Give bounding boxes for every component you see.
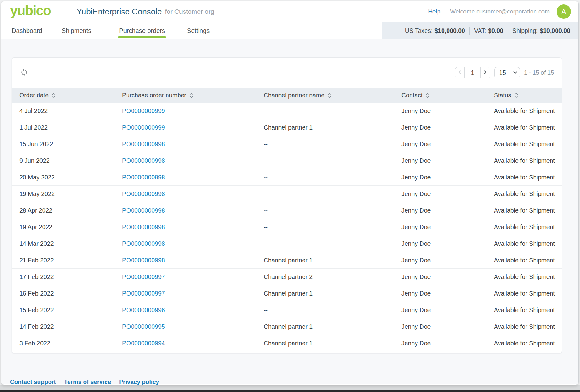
contact-cell: Jenny Doe — [401, 202, 494, 219]
contact-cell: Jenny Doe — [401, 285, 494, 302]
contact-cell: Jenny Doe — [401, 318, 494, 335]
contact-cell: Jenny Doe — [401, 119, 494, 136]
channel-partner-cell: Channel partner 1 — [263, 285, 401, 302]
summary-divider — [469, 27, 470, 35]
po-number-link[interactable]: PO0000000998 — [122, 257, 165, 264]
page-content: 1 15 — [1, 39, 578, 384]
channel-partner-cell: -- — [263, 136, 401, 152]
tab-settings[interactable]: Settings — [187, 22, 210, 39]
contact-cell: Jenny Doe — [401, 252, 494, 269]
po-number-link[interactable]: PO0000000998 — [122, 190, 165, 197]
column-label: Channel partner name — [264, 92, 324, 99]
po-number-link[interactable]: PO0000000997 — [122, 290, 165, 297]
table-row: 15 Jun 2022PO0000000998--Jenny DoeAvaila… — [12, 136, 562, 152]
contact-cell: Jenny Doe — [401, 169, 494, 186]
po-number-link[interactable]: PO0000000997 — [122, 273, 165, 280]
channel-partner-cell: -- — [263, 202, 401, 219]
po-number-link[interactable]: PO0000000998 — [122, 157, 165, 164]
order-date-cell: 15 Jun 2022 — [12, 136, 122, 152]
po-number-cell: PO0000000998 — [122, 152, 263, 169]
refresh-button[interactable] — [20, 68, 28, 77]
po-number-link[interactable]: PO0000000996 — [122, 307, 165, 313]
help-link[interactable]: Help — [428, 8, 440, 15]
column-label: Status — [494, 92, 511, 99]
po-number-link[interactable]: PO0000000999 — [122, 124, 165, 131]
sort-icon[interactable] — [328, 93, 332, 98]
channel-partner-cell: -- — [263, 103, 401, 119]
status-cell: Available for Shipment — [494, 186, 562, 202]
contact-cell: Jenny Doe — [401, 152, 494, 169]
summary-item-shipping: Shipping:$10,000.00 — [512, 27, 570, 34]
po-number-link[interactable]: PO0000000994 — [122, 340, 165, 347]
yubico-logo: yubico — [10, 4, 51, 18]
main-nav: DashboardShipmentsPurchase ordersSetting… — [1, 22, 578, 39]
status-cell: Available for Shipment — [494, 252, 562, 269]
po-number-link[interactable]: PO0000000995 — [122, 323, 165, 330]
current-page[interactable]: 1 — [465, 67, 481, 78]
desktop-background: yubico YubiEnterprise Console for Custom… — [0, 0, 580, 392]
avatar[interactable]: A — [557, 4, 571, 19]
table-row: 28 Apr 2022PO0000000998--Jenny DoeAvaila… — [12, 202, 562, 219]
sort-icon[interactable] — [52, 93, 56, 98]
channel-partner-cell: Channel partner 2 — [263, 269, 401, 285]
order-date-cell: 19 Apr 2022 — [12, 219, 122, 235]
order-date-cell: 14 Mar 2022 — [12, 235, 122, 252]
table-row: 17 Feb 2022PO0000000997Channel partner 2… — [12, 269, 562, 285]
contact-cell: Jenny Doe — [401, 302, 494, 318]
tab-shipments[interactable]: Shipments — [62, 22, 91, 39]
po-number-link[interactable]: PO0000000998 — [122, 141, 165, 147]
column-header-purchase-order-number[interactable]: Purchase order number — [122, 88, 263, 103]
page-size-select[interactable]: 15 — [494, 67, 520, 78]
channel-partner-cell: -- — [263, 302, 401, 318]
order-date-cell: 20 May 2022 — [12, 169, 122, 186]
po-number-cell: PO0000000998 — [122, 202, 263, 219]
table-row: 20 May 2022PO0000000998--Jenny DoeAvaila… — [12, 169, 562, 186]
sort-icon[interactable] — [514, 93, 518, 98]
footer-link-terms-of-service[interactable]: Terms of service — [64, 379, 111, 385]
footer-link-contact-support[interactable]: Contact support — [10, 379, 56, 385]
prev-page-button[interactable] — [455, 67, 465, 78]
summary-item-vat: VAT:$0.00 — [474, 27, 503, 34]
footer-link-privacy-policy[interactable]: Privacy policy — [119, 379, 159, 385]
channel-partner-cell: Channel partner 1 — [263, 318, 401, 335]
column-label: Purchase order number — [122, 92, 186, 99]
column-label: Contact — [401, 92, 422, 99]
po-number-link[interactable]: PO0000000998 — [122, 224, 165, 230]
status-cell: Available for Shipment — [494, 136, 562, 152]
po-number-link[interactable]: PO0000000998 — [122, 207, 165, 214]
column-header-contact[interactable]: Contact — [401, 88, 494, 103]
footer-links: Contact supportTerms of servicePrivacy p… — [1, 379, 578, 385]
po-number-cell: PO0000000998 — [122, 235, 263, 252]
tab-dashboard[interactable]: Dashboard — [12, 22, 42, 39]
tab-purchase-orders[interactable]: Purchase orders — [119, 22, 165, 39]
column-header-order-date[interactable]: Order date — [12, 88, 122, 103]
contact-cell: Jenny Doe — [401, 186, 494, 202]
sort-icon[interactable] — [189, 93, 194, 98]
po-number-cell: PO0000000995 — [122, 318, 263, 335]
purchase-orders-table: Order datePurchase order numberChannel p… — [12, 88, 562, 351]
channel-partner-cell: Channel partner 1 — [263, 335, 401, 352]
po-number-link[interactable]: PO0000000998 — [122, 240, 165, 247]
next-page-button[interactable] — [481, 67, 490, 78]
column-header-status[interactable]: Status — [494, 88, 562, 103]
contact-cell: Jenny Doe — [401, 269, 494, 285]
status-cell: Available for Shipment — [494, 269, 562, 285]
po-number-link[interactable]: PO0000000999 — [122, 107, 165, 114]
org-label: for Customer org — [165, 8, 215, 15]
order-date-cell: 15 Feb 2022 — [12, 302, 122, 318]
welcome-text: Welcome customer@corporation.com — [450, 8, 550, 15]
po-number-link[interactable]: PO0000000998 — [122, 174, 165, 181]
order-date-cell: 19 May 2022 — [12, 186, 122, 202]
status-cell: Available for Shipment — [494, 119, 562, 136]
column-header-channel-partner-name[interactable]: Channel partner name — [263, 88, 401, 103]
order-date-cell: 28 Apr 2022 — [12, 202, 122, 219]
status-cell: Available for Shipment — [494, 318, 562, 335]
pagination: 1 15 — [455, 67, 554, 78]
table-row: 15 Feb 2022PO0000000996--Jenny DoeAvaila… — [12, 302, 562, 318]
sort-icon[interactable] — [426, 93, 430, 98]
order-date-cell: 21 Feb 2022 — [12, 252, 122, 269]
order-date-cell: 16 Feb 2022 — [12, 285, 122, 302]
summary-divider — [508, 27, 508, 35]
po-number-cell: PO0000000998 — [122, 219, 263, 235]
summary-item-us-taxes: US Taxes:$10,000.00 — [405, 27, 465, 34]
